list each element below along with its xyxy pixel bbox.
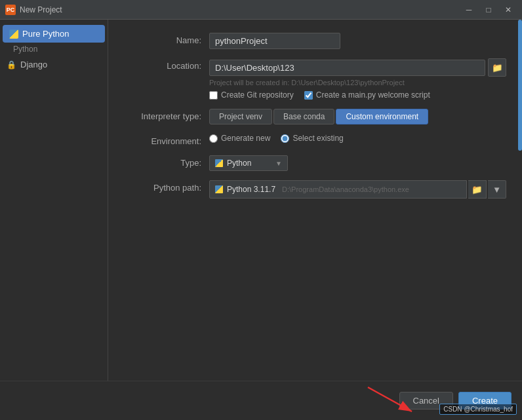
location-browse-button[interactable]: 📁 <box>488 58 506 77</box>
app-icon: PC <box>5 5 16 15</box>
custom-environment-button[interactable]: Custom environment <box>336 109 428 124</box>
python-path-browse-button[interactable]: 📁 <box>468 180 487 199</box>
scrollbar[interactable] <box>518 20 522 151</box>
environment-label: Environment: <box>124 134 209 146</box>
create-git-checkbox[interactable] <box>209 91 218 100</box>
interpreter-type-control: Project venv Base conda Custom environme… <box>209 109 506 124</box>
window-controls: ─ □ ✕ <box>460 3 517 16</box>
lock-icon: 🔒 <box>7 60 16 69</box>
project-venv-button[interactable]: Project venv <box>209 109 272 124</box>
title-bar: PC New Project ─ □ ✕ <box>0 0 522 20</box>
arrow-annotation <box>365 384 417 417</box>
interpreter-type-row: Interpreter type: Project venv Base cond… <box>124 109 506 124</box>
name-input[interactable] <box>209 33 340 49</box>
environment-control: Generate new Select existing <box>209 134 506 143</box>
sidebar-item-label-pure-python: Pure Python <box>22 29 70 39</box>
python-path-suffix: D:\ProgramData\anaconda3\python.exe <box>282 185 409 193</box>
minimize-button[interactable]: ─ <box>460 3 477 16</box>
python-path-input-row: Python 3.11.7 D:\ProgramData\anaconda3\p… <box>209 180 506 199</box>
interpreter-type-group: Project venv Base conda Custom environme… <box>209 109 506 124</box>
sidebar-item-pure-python[interactable]: Pure Python <box>3 25 105 43</box>
select-existing-label[interactable]: Select existing <box>281 134 343 143</box>
main-content: Pure Python Python 🔒 Django Name: Locati… <box>0 20 522 381</box>
new-project-window: PC New Project ─ □ ✕ Pure Python Python … <box>0 0 522 420</box>
type-row: Type: Python ▼ <box>124 155 506 171</box>
base-conda-button[interactable]: Base conda <box>273 109 334 124</box>
close-button[interactable]: ✕ <box>500 3 517 16</box>
location-control: 📁 Project will be created in: D:\User\De… <box>209 58 506 100</box>
select-existing-radio[interactable] <box>281 134 289 143</box>
csdn-text: CSDN <box>443 406 464 413</box>
python-path-display[interactable]: Python 3.11.7 D:\ProgramData\anaconda3\p… <box>209 180 467 199</box>
name-control <box>209 33 506 49</box>
chevron-down-icon: ▼ <box>275 160 282 167</box>
type-dropdown[interactable]: Python ▼ <box>209 155 288 171</box>
name-row: Name: <box>124 33 506 49</box>
sidebar: Pure Python Python 🔒 Django <box>0 20 108 381</box>
interpreter-type-label: Interpreter type: <box>124 109 209 121</box>
type-control: Python ▼ <box>209 155 506 171</box>
python-path-dropdown-button[interactable]: ▼ <box>488 180 506 199</box>
location-input[interactable] <box>209 60 485 76</box>
watermark-username: @Christmas_hof <box>464 406 513 413</box>
svg-line-1 <box>368 387 412 411</box>
create-main-label[interactable]: Create a main.py welcome script <box>304 90 430 100</box>
python-path-control: Python 3.11.7 D:\ProgramData\anaconda3\p… <box>209 180 506 199</box>
python-icon <box>9 29 18 39</box>
python-mini-icon <box>215 159 223 167</box>
bottom-bar: Cancel Create CSDN @Christmas_hof <box>0 381 522 420</box>
python-path-row: Python path: Python 3.11.7 D:\ProgramDat… <box>124 180 506 199</box>
location-row: Location: 📁 Project will be created in: … <box>124 58 506 100</box>
python-version-text: Python 3.11.7 <box>227 185 275 194</box>
type-label: Type: <box>124 155 209 168</box>
sidebar-item-python[interactable]: Python <box>0 43 108 56</box>
watermark: CSDN @Christmas_hof <box>439 404 517 415</box>
generate-new-label[interactable]: Generate new <box>209 134 270 143</box>
type-select: Python ▼ <box>209 155 506 171</box>
python-path-icon <box>215 185 223 193</box>
python-path-label: Python path: <box>124 180 209 193</box>
generate-new-radio[interactable] <box>209 134 218 143</box>
location-hint: Project will be created in: D:\User\Desk… <box>209 79 506 86</box>
sidebar-item-label-django: Django <box>20 60 47 69</box>
name-label: Name: <box>124 33 209 45</box>
project-form: Name: Location: 📁 Project will be create… <box>108 20 522 381</box>
sidebar-item-django[interactable]: 🔒 Django <box>0 56 108 73</box>
create-main-checkbox[interactable] <box>304 91 313 100</box>
location-input-row: 📁 <box>209 58 506 77</box>
window-title: New Project <box>20 5 460 14</box>
sidebar-item-label-python: Python <box>13 45 37 54</box>
create-git-label[interactable]: Create Git repository <box>209 90 294 100</box>
location-label: Location: <box>124 58 209 71</box>
environment-row: Environment: Generate new Select existin… <box>124 134 506 146</box>
maximize-button[interactable]: □ <box>480 3 497 16</box>
options-row: Create Git repository Create a main.py w… <box>209 90 506 100</box>
environment-radio-group: Generate new Select existing <box>209 134 506 143</box>
